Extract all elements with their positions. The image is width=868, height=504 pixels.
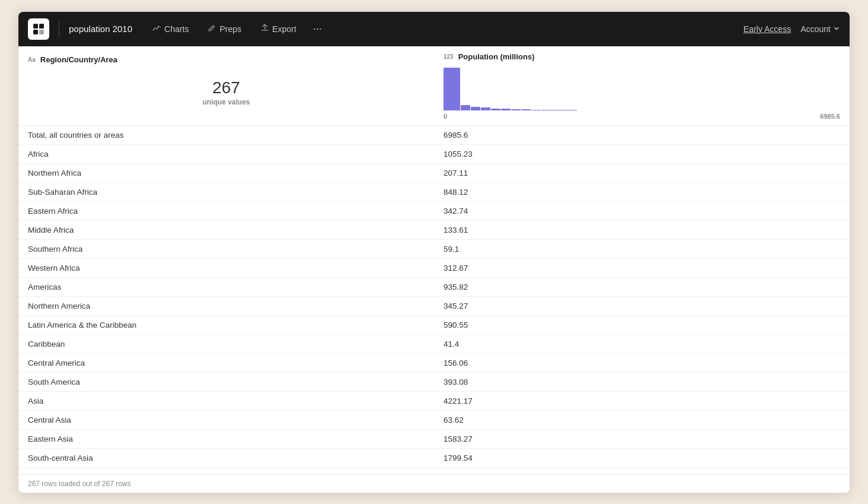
- cell-region: South-central Asia: [18, 448, 434, 467]
- table-row[interactable]: Central Asia63.62: [18, 410, 850, 429]
- axis-min: 0: [443, 113, 447, 120]
- histogram-bars: [443, 66, 840, 110]
- cell-population: 393.08: [434, 372, 850, 391]
- cell-population: 590.55: [434, 315, 850, 334]
- nav-item-preps[interactable]: Preps: [199, 20, 250, 37]
- table-row[interactable]: Western Africa312.67: [18, 258, 850, 277]
- app-wrapper: population 2010 Charts Preps: [18, 12, 850, 493]
- cell-region: Asia: [18, 391, 434, 410]
- preps-icon: [208, 24, 216, 34]
- axis-max: 6985.6: [820, 113, 840, 120]
- population-type-icon: 123: [443, 53, 454, 60]
- nav-item-export[interactable]: Export: [252, 20, 305, 37]
- svg-rect-0: [33, 24, 38, 28]
- nav-item-charts[interactable]: Charts: [144, 20, 197, 37]
- histogram-axis: 0 6985.6: [443, 113, 840, 120]
- cell-population: 1055.23: [434, 144, 850, 163]
- table-row[interactable]: Africa1055.23: [18, 144, 850, 163]
- table-row[interactable]: Asia4221.17: [18, 391, 850, 410]
- table-footer: 267 rows loaded out of 267 rows: [18, 474, 850, 493]
- histogram-bar: [511, 109, 521, 110]
- charts-label: Charts: [164, 24, 189, 34]
- app-logo[interactable]: [28, 18, 49, 40]
- cell-population: 207.11: [434, 163, 850, 182]
- rows-loaded-label: 267 rows loaded out of 267 rows: [28, 480, 131, 488]
- cell-region: Sub-Saharan Africa: [18, 182, 434, 201]
- cell-population: 41.4: [434, 334, 850, 353]
- account-chevron-icon: [833, 24, 840, 34]
- region-col-label: Region/Country/Area: [40, 55, 118, 64]
- cell-region: Middle Africa: [18, 220, 434, 239]
- table-row[interactable]: Southern Africa59.1: [18, 239, 850, 258]
- unique-label: unique values: [202, 98, 250, 106]
- cell-region: Africa: [18, 144, 434, 163]
- cell-population: 342.74: [434, 201, 850, 220]
- app-header: population 2010 Charts Preps: [18, 12, 850, 46]
- cell-region: Northern Africa: [18, 163, 434, 182]
- export-icon: [261, 24, 269, 34]
- cell-population: 312.67: [434, 258, 850, 277]
- table-body: Total, all countries or areas6985.6Afric…: [18, 125, 850, 493]
- cell-region: South America: [18, 372, 434, 391]
- cell-region: Total, all countries or areas: [18, 125, 434, 144]
- cell-population: 935.82: [434, 277, 850, 296]
- cell-region: Central America: [18, 353, 434, 372]
- table-row[interactable]: Eastern Africa342.74: [18, 201, 850, 220]
- histogram-bar: [461, 105, 470, 110]
- table-row[interactable]: Americas935.82: [18, 277, 850, 296]
- more-options-button[interactable]: ···: [307, 19, 328, 39]
- cell-population: 4221.17: [434, 391, 850, 410]
- cell-region: Latin America & the Caribbean: [18, 315, 434, 334]
- histogram-bar: [531, 110, 541, 110]
- histogram-bar: [501, 109, 511, 110]
- preps-label: Preps: [220, 24, 242, 34]
- main-content: Aa Region/Country/Area 267 unique values…: [18, 46, 850, 493]
- cell-region: Southern Africa: [18, 239, 434, 258]
- table-row[interactable]: Caribbean41.4: [18, 334, 850, 353]
- table-row[interactable]: Eastern Asia1583.27: [18, 429, 850, 448]
- data-table: Aa Region/Country/Area 267 unique values…: [18, 46, 850, 493]
- table-row[interactable]: Total, all countries or areas6985.6: [18, 125, 850, 144]
- region-type-icon: Aa: [28, 56, 36, 63]
- table-row[interactable]: Sub-Saharan Africa848.12: [18, 182, 850, 201]
- cell-population: 6985.6: [434, 125, 850, 144]
- document-title: population 2010: [69, 24, 132, 34]
- table-row[interactable]: Northern America345.27: [18, 296, 850, 315]
- cell-region: Northern America: [18, 296, 434, 315]
- cell-population: 63.62: [434, 410, 850, 429]
- cell-region: Caribbean: [18, 334, 434, 353]
- early-access-link[interactable]: Early Access: [743, 24, 791, 34]
- header-nav: Charts Preps Export ···: [144, 19, 328, 39]
- population-col-label: Population (millions): [458, 52, 535, 61]
- header-right: Early Access Account: [743, 24, 840, 34]
- cell-region: Eastern Africa: [18, 201, 434, 220]
- svg-rect-3: [39, 30, 44, 34]
- histogram-bar: [443, 68, 460, 110]
- table-row[interactable]: Central America156.06: [18, 353, 850, 372]
- histogram-bar: [521, 109, 531, 110]
- table-header-row: Aa Region/Country/Area 267 unique values…: [18, 46, 850, 126]
- charts-icon: [153, 24, 161, 34]
- cell-region: Americas: [18, 277, 434, 296]
- header-divider: [59, 21, 59, 37]
- unique-count: 267: [37, 78, 415, 97]
- table-row[interactable]: South-central Asia1799.54: [18, 448, 850, 467]
- svg-rect-2: [33, 30, 38, 34]
- table-row[interactable]: Middle Africa133.61: [18, 220, 850, 239]
- cell-region: Western Africa: [18, 258, 434, 277]
- cell-population: 59.1: [434, 239, 850, 258]
- cell-population: 848.12: [434, 182, 850, 201]
- cell-region: Central Asia: [18, 410, 434, 429]
- svg-rect-1: [39, 24, 44, 28]
- table-row[interactable]: Northern Africa207.11: [18, 163, 850, 182]
- table-row[interactable]: Latin America & the Caribbean590.55: [18, 315, 850, 334]
- cell-population: 1799.54: [434, 448, 850, 467]
- histogram-bar: [471, 107, 480, 110]
- account-button[interactable]: Account: [800, 24, 840, 34]
- histogram-bar: [481, 107, 490, 110]
- cell-region: Eastern Asia: [18, 429, 434, 448]
- table-row[interactable]: South America393.08: [18, 372, 850, 391]
- cell-population: 1583.27: [434, 429, 850, 448]
- histogram-bar: [491, 109, 500, 110]
- cell-population: 156.06: [434, 353, 850, 372]
